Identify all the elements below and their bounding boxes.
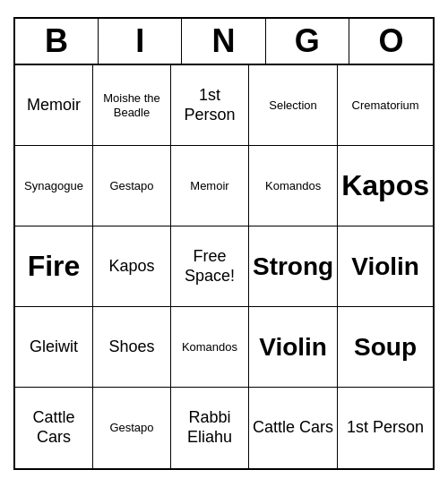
cell-text: Gestapo — [109, 179, 153, 193]
cell-1-1: Gestapo — [93, 146, 171, 226]
cell-0-1: Moishe the Beadle — [93, 65, 171, 146]
cell-4-0: Cattle Cars — [15, 388, 93, 468]
bingo-card: BINGO MemoirMoishe the Beadle1st PersonS… — [13, 17, 435, 470]
cell-2-1: Kapos — [93, 226, 171, 307]
cell-text: Komandos — [182, 340, 237, 355]
cell-text: 1st Person — [175, 86, 245, 124]
cell-text: Kapos — [341, 168, 429, 202]
cell-text: Violin — [351, 252, 419, 282]
cell-2-0: Fire — [15, 226, 93, 307]
cell-text: Kapos — [108, 257, 154, 277]
cell-text: Violin — [259, 332, 327, 363]
cell-text: Synagogue — [24, 179, 83, 193]
cell-0-4: Crematorium — [338, 65, 433, 146]
cell-2-2: Free Space! — [171, 226, 249, 307]
cell-0-0: Memoir — [15, 65, 93, 146]
cell-text: Soup — [354, 332, 417, 363]
cell-3-4: Soup — [338, 307, 433, 388]
cell-2-3: Strong — [249, 226, 338, 307]
cell-3-3: Violin — [249, 307, 338, 388]
cell-text: Komandos — [265, 179, 321, 193]
cell-text: Strong — [253, 252, 333, 282]
cell-1-0: Synagogue — [15, 146, 93, 226]
cell-text: Free Space! — [175, 247, 245, 286]
cell-0-3: Selection — [249, 65, 338, 146]
cell-text: Cattle Cars — [19, 408, 89, 447]
cell-text: Gestapo — [109, 421, 153, 435]
cell-3-2: Komandos — [171, 307, 249, 388]
cell-text: Rabbi Eliahu — [175, 408, 245, 447]
header-letter: G — [266, 19, 349, 64]
cell-3-0: Gleiwit — [15, 307, 93, 388]
cell-0-2: 1st Person — [171, 65, 249, 146]
cell-4-2: Rabbi Eliahu — [171, 388, 249, 468]
cell-text: Cattle Cars — [253, 418, 333, 438]
cell-text: Memoir — [190, 179, 228, 193]
header-letter: I — [99, 19, 182, 64]
cell-1-4: Kapos — [338, 146, 433, 226]
cell-text: Gleiwit — [30, 337, 78, 357]
cell-text: Selection — [269, 98, 316, 113]
cell-1-2: Memoir — [171, 146, 249, 226]
cell-text: Crematorium — [352, 98, 419, 113]
header-letter: O — [349, 19, 433, 64]
cell-text: 1st Person — [347, 418, 424, 438]
cell-text: Memoir — [27, 96, 81, 115]
cell-text: Shoes — [108, 337, 154, 357]
bingo-grid: MemoirMoishe the Beadle1st PersonSelecti… — [15, 65, 433, 468]
cell-text: Fire — [28, 249, 81, 283]
cell-4-3: Cattle Cars — [249, 388, 338, 468]
cell-3-1: Shoes — [93, 307, 171, 388]
header-letter: B — [15, 19, 99, 64]
bingo-header: BINGO — [15, 19, 433, 65]
cell-1-3: Komandos — [249, 146, 338, 226]
header-letter: N — [182, 19, 265, 64]
cell-2-4: Violin — [338, 226, 433, 307]
cell-text: Moishe the Beadle — [97, 91, 167, 119]
cell-4-4: 1st Person — [338, 388, 433, 468]
cell-4-1: Gestapo — [93, 388, 171, 468]
